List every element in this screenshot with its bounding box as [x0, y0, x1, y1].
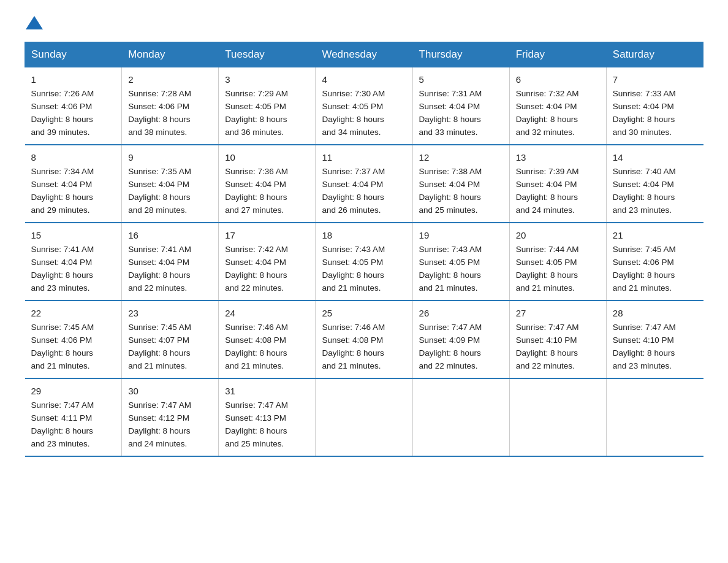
day-info: Sunrise: 7:28 AMSunset: 4:06 PMDaylight:…: [128, 89, 191, 137]
day-number: 16: [128, 228, 212, 242]
day-info: Sunrise: 7:47 AMSunset: 4:11 PMDaylight:…: [31, 400, 94, 448]
day-info: Sunrise: 7:47 AMSunset: 4:13 PMDaylight:…: [225, 400, 288, 448]
calendar-cell: 10Sunrise: 7:36 AMSunset: 4:04 PMDayligh…: [219, 145, 316, 223]
day-number: 15: [31, 228, 116, 242]
day-number: 30: [128, 384, 212, 398]
day-number: 14: [613, 150, 697, 164]
day-info: Sunrise: 7:47 AMSunset: 4:12 PMDaylight:…: [128, 400, 191, 448]
day-number: 7: [613, 72, 697, 86]
day-number: 21: [613, 228, 697, 242]
calendar-cell: 17Sunrise: 7:42 AMSunset: 4:04 PMDayligh…: [219, 223, 316, 301]
calendar-week-row: 8Sunrise: 7:34 AMSunset: 4:04 PMDaylight…: [25, 145, 703, 223]
day-info: Sunrise: 7:43 AMSunset: 4:05 PMDaylight:…: [419, 245, 482, 293]
day-number: 2: [128, 72, 212, 86]
day-info: Sunrise: 7:47 AMSunset: 4:10 PMDaylight:…: [516, 323, 579, 370]
calendar-cell: 25Sunrise: 7:46 AMSunset: 4:08 PMDayligh…: [316, 301, 412, 378]
calendar-cell: 1Sunrise: 7:26 AMSunset: 4:06 PMDaylight…: [25, 67, 122, 145]
calendar-cell: 22Sunrise: 7:45 AMSunset: 4:06 PMDayligh…: [25, 301, 122, 378]
day-number: 1: [31, 72, 116, 86]
day-info: Sunrise: 7:41 AMSunset: 4:04 PMDaylight:…: [31, 245, 94, 293]
day-number: 3: [225, 72, 309, 86]
day-number: 6: [516, 72, 600, 86]
day-info: Sunrise: 7:39 AMSunset: 4:04 PMDaylight:…: [516, 167, 579, 215]
day-number: 20: [516, 228, 600, 242]
calendar-cell: 6Sunrise: 7:32 AMSunset: 4:04 PMDaylight…: [509, 67, 606, 145]
calendar-cell: [412, 378, 509, 456]
calendar-week-row: 15Sunrise: 7:41 AMSunset: 4:04 PMDayligh…: [25, 223, 703, 301]
day-number: 18: [322, 228, 406, 242]
calendar-cell: 8Sunrise: 7:34 AMSunset: 4:04 PMDaylight…: [25, 145, 122, 223]
calendar-cell: [606, 378, 703, 456]
header-day-thursday: Thursday: [412, 42, 509, 67]
day-info: Sunrise: 7:32 AMSunset: 4:04 PMDaylight:…: [516, 89, 579, 137]
day-number: 22: [31, 306, 116, 320]
header-day-saturday: Saturday: [606, 42, 703, 67]
calendar-cell: 9Sunrise: 7:35 AMSunset: 4:04 PMDaylight…: [122, 145, 219, 223]
calendar-cell: 2Sunrise: 7:28 AMSunset: 4:06 PMDaylight…: [122, 67, 219, 145]
day-info: Sunrise: 7:37 AMSunset: 4:04 PMDaylight:…: [322, 167, 385, 215]
day-info: Sunrise: 7:42 AMSunset: 4:04 PMDaylight:…: [225, 245, 288, 293]
day-info: Sunrise: 7:47 AMSunset: 4:09 PMDaylight:…: [419, 323, 482, 370]
calendar-cell: 13Sunrise: 7:39 AMSunset: 4:04 PMDayligh…: [509, 145, 606, 223]
calendar-cell: 12Sunrise: 7:38 AMSunset: 4:04 PMDayligh…: [412, 145, 509, 223]
calendar-cell: 26Sunrise: 7:47 AMSunset: 4:09 PMDayligh…: [412, 301, 509, 378]
calendar-week-row: 29Sunrise: 7:47 AMSunset: 4:11 PMDayligh…: [25, 378, 703, 456]
calendar-cell: 28Sunrise: 7:47 AMSunset: 4:10 PMDayligh…: [606, 301, 703, 378]
day-number: 28: [613, 306, 697, 320]
header-day-wednesday: Wednesday: [316, 42, 412, 67]
logo: [25, 18, 45, 29]
logo-triangle-icon: [26, 16, 43, 29]
day-info: Sunrise: 7:46 AMSunset: 4:08 PMDaylight:…: [322, 323, 385, 370]
header-day-monday: Monday: [122, 42, 219, 67]
day-info: Sunrise: 7:36 AMSunset: 4:04 PMDaylight:…: [225, 167, 288, 215]
header-day-friday: Friday: [509, 42, 606, 67]
day-number: 19: [419, 228, 503, 242]
calendar-cell: 18Sunrise: 7:43 AMSunset: 4:05 PMDayligh…: [316, 223, 412, 301]
day-number: 12: [419, 150, 503, 164]
day-info: Sunrise: 7:46 AMSunset: 4:08 PMDaylight:…: [225, 323, 288, 370]
day-info: Sunrise: 7:33 AMSunset: 4:04 PMDaylight:…: [613, 89, 676, 137]
calendar-cell: 21Sunrise: 7:45 AMSunset: 4:06 PMDayligh…: [606, 223, 703, 301]
calendar-cell: 7Sunrise: 7:33 AMSunset: 4:04 PMDaylight…: [606, 67, 703, 145]
header-day-tuesday: Tuesday: [219, 42, 316, 67]
day-number: 8: [31, 150, 116, 164]
day-number: 4: [322, 72, 406, 86]
day-info: Sunrise: 7:43 AMSunset: 4:05 PMDaylight:…: [322, 245, 385, 293]
calendar-cell: 29Sunrise: 7:47 AMSunset: 4:11 PMDayligh…: [25, 378, 122, 456]
day-number: 10: [225, 150, 309, 164]
day-info: Sunrise: 7:26 AMSunset: 4:06 PMDaylight:…: [31, 89, 94, 137]
day-info: Sunrise: 7:34 AMSunset: 4:04 PMDaylight:…: [31, 167, 94, 215]
calendar-cell: [509, 378, 606, 456]
day-info: Sunrise: 7:30 AMSunset: 4:05 PMDaylight:…: [322, 89, 385, 137]
day-number: 11: [322, 150, 406, 164]
day-info: Sunrise: 7:40 AMSunset: 4:04 PMDaylight:…: [613, 167, 676, 215]
day-number: 17: [225, 228, 309, 242]
calendar-cell: [316, 378, 412, 456]
day-number: 31: [225, 384, 309, 398]
calendar-cell: 11Sunrise: 7:37 AMSunset: 4:04 PMDayligh…: [316, 145, 412, 223]
calendar-cell: 4Sunrise: 7:30 AMSunset: 4:05 PMDaylight…: [316, 67, 412, 145]
day-info: Sunrise: 7:47 AMSunset: 4:10 PMDaylight:…: [613, 323, 676, 370]
day-info: Sunrise: 7:41 AMSunset: 4:04 PMDaylight:…: [128, 245, 191, 293]
day-number: 26: [419, 306, 503, 320]
calendar-table: SundayMondayTuesdayWednesdayThursdayFrid…: [25, 42, 703, 457]
day-number: 29: [31, 384, 116, 398]
calendar-cell: 19Sunrise: 7:43 AMSunset: 4:05 PMDayligh…: [412, 223, 509, 301]
calendar-cell: 14Sunrise: 7:40 AMSunset: 4:04 PMDayligh…: [606, 145, 703, 223]
day-number: 24: [225, 306, 309, 320]
calendar-week-row: 22Sunrise: 7:45 AMSunset: 4:06 PMDayligh…: [25, 301, 703, 378]
day-number: 23: [128, 306, 212, 320]
day-info: Sunrise: 7:35 AMSunset: 4:04 PMDaylight:…: [128, 167, 191, 215]
calendar-cell: 27Sunrise: 7:47 AMSunset: 4:10 PMDayligh…: [509, 301, 606, 378]
calendar-cell: 5Sunrise: 7:31 AMSunset: 4:04 PMDaylight…: [412, 67, 509, 145]
calendar-cell: 31Sunrise: 7:47 AMSunset: 4:13 PMDayligh…: [219, 378, 316, 456]
calendar-cell: 16Sunrise: 7:41 AMSunset: 4:04 PMDayligh…: [122, 223, 219, 301]
day-info: Sunrise: 7:29 AMSunset: 4:05 PMDaylight:…: [225, 89, 288, 137]
calendar-cell: 23Sunrise: 7:45 AMSunset: 4:07 PMDayligh…: [122, 301, 219, 378]
calendar-cell: 30Sunrise: 7:47 AMSunset: 4:12 PMDayligh…: [122, 378, 219, 456]
day-number: 25: [322, 306, 406, 320]
calendar-week-row: 1Sunrise: 7:26 AMSunset: 4:06 PMDaylight…: [25, 67, 703, 145]
calendar-cell: 20Sunrise: 7:44 AMSunset: 4:05 PMDayligh…: [509, 223, 606, 301]
day-number: 27: [516, 306, 600, 320]
calendar-cell: 24Sunrise: 7:46 AMSunset: 4:08 PMDayligh…: [219, 301, 316, 378]
